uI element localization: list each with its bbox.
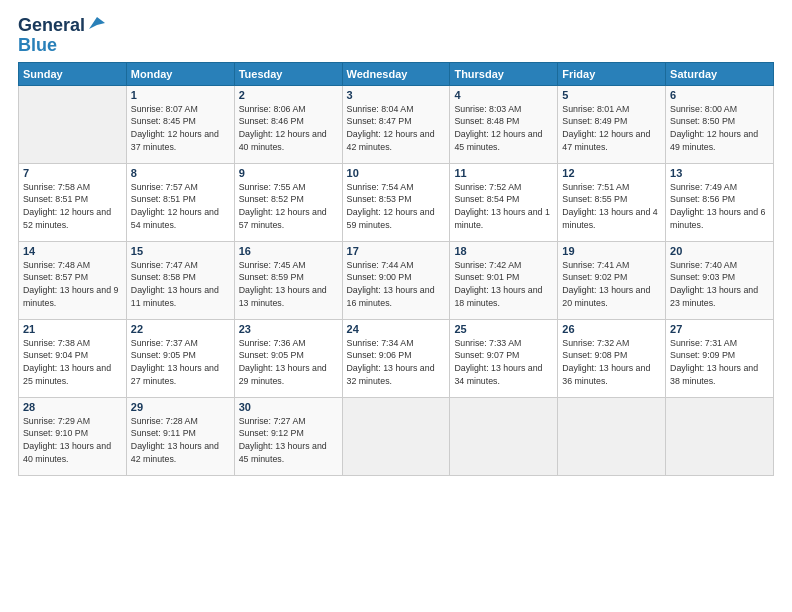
day-number: 9 [239,167,338,179]
cell-content: 15Sunrise: 7:47 AM Sunset: 8:58 PM Dayli… [131,245,230,310]
calendar-header-saturday: Saturday [666,62,774,85]
calendar-cell: 21Sunrise: 7:38 AM Sunset: 9:04 PM Dayli… [19,319,127,397]
cell-content: 27Sunrise: 7:31 AM Sunset: 9:09 PM Dayli… [670,323,769,388]
calendar-week-row: 14Sunrise: 7:48 AM Sunset: 8:57 PM Dayli… [19,241,774,319]
calendar-cell: 5Sunrise: 8:01 AM Sunset: 8:49 PM Daylig… [558,85,666,163]
cell-info: Sunrise: 7:44 AM Sunset: 9:00 PM Dayligh… [347,259,446,310]
calendar-cell: 3Sunrise: 8:04 AM Sunset: 8:47 PM Daylig… [342,85,450,163]
cell-content: 22Sunrise: 7:37 AM Sunset: 9:05 PM Dayli… [131,323,230,388]
cell-content: 10Sunrise: 7:54 AM Sunset: 8:53 PM Dayli… [347,167,446,232]
day-number: 20 [670,245,769,257]
cell-info: Sunrise: 7:40 AM Sunset: 9:03 PM Dayligh… [670,259,769,310]
calendar-cell: 24Sunrise: 7:34 AM Sunset: 9:06 PM Dayli… [342,319,450,397]
cell-content: 18Sunrise: 7:42 AM Sunset: 9:01 PM Dayli… [454,245,553,310]
cell-info: Sunrise: 7:32 AM Sunset: 9:08 PM Dayligh… [562,337,661,388]
calendar-cell: 10Sunrise: 7:54 AM Sunset: 8:53 PM Dayli… [342,163,450,241]
calendar-cell: 22Sunrise: 7:37 AM Sunset: 9:05 PM Dayli… [126,319,234,397]
cell-content: 5Sunrise: 8:01 AM Sunset: 8:49 PM Daylig… [562,89,661,154]
calendar-header-wednesday: Wednesday [342,62,450,85]
calendar-cell: 28Sunrise: 7:29 AM Sunset: 9:10 PM Dayli… [19,397,127,475]
calendar-cell [558,397,666,475]
calendar-cell: 30Sunrise: 7:27 AM Sunset: 9:12 PM Dayli… [234,397,342,475]
cell-content: 9Sunrise: 7:55 AM Sunset: 8:52 PM Daylig… [239,167,338,232]
calendar-header-monday: Monday [126,62,234,85]
cell-info: Sunrise: 7:38 AM Sunset: 9:04 PM Dayligh… [23,337,122,388]
cell-content: 26Sunrise: 7:32 AM Sunset: 9:08 PM Dayli… [562,323,661,388]
calendar-cell: 13Sunrise: 7:49 AM Sunset: 8:56 PM Dayli… [666,163,774,241]
cell-info: Sunrise: 7:27 AM Sunset: 9:12 PM Dayligh… [239,415,338,466]
day-number: 21 [23,323,122,335]
cell-info: Sunrise: 7:58 AM Sunset: 8:51 PM Dayligh… [23,181,122,232]
calendar-cell: 15Sunrise: 7:47 AM Sunset: 8:58 PM Dayli… [126,241,234,319]
cell-content: 7Sunrise: 7:58 AM Sunset: 8:51 PM Daylig… [23,167,122,232]
calendar-cell: 11Sunrise: 7:52 AM Sunset: 8:54 PM Dayli… [450,163,558,241]
day-number: 12 [562,167,661,179]
cell-info: Sunrise: 7:54 AM Sunset: 8:53 PM Dayligh… [347,181,446,232]
day-number: 24 [347,323,446,335]
cell-content: 4Sunrise: 8:03 AM Sunset: 8:48 PM Daylig… [454,89,553,154]
logo-bird-icon [87,15,105,33]
day-number: 25 [454,323,553,335]
cell-content: 6Sunrise: 8:00 AM Sunset: 8:50 PM Daylig… [670,89,769,154]
cell-content: 12Sunrise: 7:51 AM Sunset: 8:55 PM Dayli… [562,167,661,232]
calendar-header-tuesday: Tuesday [234,62,342,85]
calendar-table: SundayMondayTuesdayWednesdayThursdayFrid… [18,62,774,476]
calendar-cell: 12Sunrise: 7:51 AM Sunset: 8:55 PM Dayli… [558,163,666,241]
logo-general: General [18,16,85,36]
cell-content: 20Sunrise: 7:40 AM Sunset: 9:03 PM Dayli… [670,245,769,310]
calendar-cell: 25Sunrise: 7:33 AM Sunset: 9:07 PM Dayli… [450,319,558,397]
cell-content: 19Sunrise: 7:41 AM Sunset: 9:02 PM Dayli… [562,245,661,310]
cell-info: Sunrise: 8:00 AM Sunset: 8:50 PM Dayligh… [670,103,769,154]
calendar-header-friday: Friday [558,62,666,85]
cell-content: 13Sunrise: 7:49 AM Sunset: 8:56 PM Dayli… [670,167,769,232]
cell-info: Sunrise: 7:42 AM Sunset: 9:01 PM Dayligh… [454,259,553,310]
cell-content: 2Sunrise: 8:06 AM Sunset: 8:46 PM Daylig… [239,89,338,154]
cell-content: 3Sunrise: 8:04 AM Sunset: 8:47 PM Daylig… [347,89,446,154]
calendar-cell: 1Sunrise: 8:07 AM Sunset: 8:45 PM Daylig… [126,85,234,163]
cell-content: 21Sunrise: 7:38 AM Sunset: 9:04 PM Dayli… [23,323,122,388]
calendar-cell: 14Sunrise: 7:48 AM Sunset: 8:57 PM Dayli… [19,241,127,319]
cell-info: Sunrise: 7:33 AM Sunset: 9:07 PM Dayligh… [454,337,553,388]
day-number: 15 [131,245,230,257]
calendar-header-thursday: Thursday [450,62,558,85]
day-number: 6 [670,89,769,101]
cell-info: Sunrise: 7:41 AM Sunset: 9:02 PM Dayligh… [562,259,661,310]
cell-info: Sunrise: 7:48 AM Sunset: 8:57 PM Dayligh… [23,259,122,310]
logo-blue: Blue [18,36,57,56]
cell-info: Sunrise: 7:28 AM Sunset: 9:11 PM Dayligh… [131,415,230,466]
cell-info: Sunrise: 7:49 AM Sunset: 8:56 PM Dayligh… [670,181,769,232]
cell-info: Sunrise: 8:01 AM Sunset: 8:49 PM Dayligh… [562,103,661,154]
calendar-week-row: 1Sunrise: 8:07 AM Sunset: 8:45 PM Daylig… [19,85,774,163]
cell-info: Sunrise: 7:47 AM Sunset: 8:58 PM Dayligh… [131,259,230,310]
calendar-cell: 18Sunrise: 7:42 AM Sunset: 9:01 PM Dayli… [450,241,558,319]
calendar-cell: 6Sunrise: 8:00 AM Sunset: 8:50 PM Daylig… [666,85,774,163]
day-number: 1 [131,89,230,101]
calendar-cell: 23Sunrise: 7:36 AM Sunset: 9:05 PM Dayli… [234,319,342,397]
day-number: 23 [239,323,338,335]
day-number: 11 [454,167,553,179]
calendar-cell: 16Sunrise: 7:45 AM Sunset: 8:59 PM Dayli… [234,241,342,319]
calendar-cell [342,397,450,475]
cell-content: 30Sunrise: 7:27 AM Sunset: 9:12 PM Dayli… [239,401,338,466]
calendar-cell: 17Sunrise: 7:44 AM Sunset: 9:00 PM Dayli… [342,241,450,319]
calendar-cell: 27Sunrise: 7:31 AM Sunset: 9:09 PM Dayli… [666,319,774,397]
calendar-cell: 9Sunrise: 7:55 AM Sunset: 8:52 PM Daylig… [234,163,342,241]
day-number: 14 [23,245,122,257]
day-number: 16 [239,245,338,257]
day-number: 26 [562,323,661,335]
day-number: 19 [562,245,661,257]
day-number: 8 [131,167,230,179]
cell-info: Sunrise: 7:45 AM Sunset: 8:59 PM Dayligh… [239,259,338,310]
calendar-cell [450,397,558,475]
calendar-week-row: 21Sunrise: 7:38 AM Sunset: 9:04 PM Dayli… [19,319,774,397]
day-number: 18 [454,245,553,257]
cell-info: Sunrise: 7:31 AM Sunset: 9:09 PM Dayligh… [670,337,769,388]
cell-content: 14Sunrise: 7:48 AM Sunset: 8:57 PM Dayli… [23,245,122,310]
calendar-week-row: 28Sunrise: 7:29 AM Sunset: 9:10 PM Dayli… [19,397,774,475]
cell-content: 24Sunrise: 7:34 AM Sunset: 9:06 PM Dayli… [347,323,446,388]
cell-content: 11Sunrise: 7:52 AM Sunset: 8:54 PM Dayli… [454,167,553,232]
day-number: 30 [239,401,338,413]
page-header: General Blue [18,16,774,56]
cell-info: Sunrise: 8:07 AM Sunset: 8:45 PM Dayligh… [131,103,230,154]
cell-content: 25Sunrise: 7:33 AM Sunset: 9:07 PM Dayli… [454,323,553,388]
